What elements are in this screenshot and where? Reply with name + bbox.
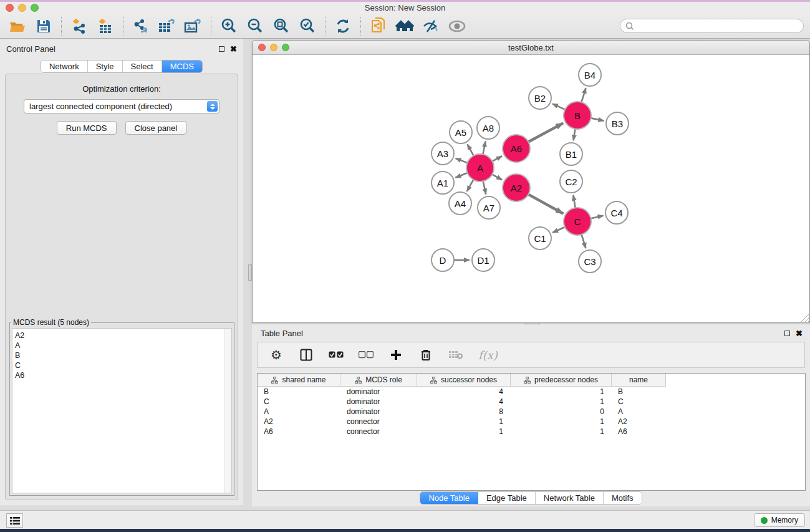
- main-titlebar[interactable]: Session: New Session: [0, 2, 810, 14]
- node-D1[interactable]: D1: [472, 249, 494, 271]
- edge-C-C2[interactable]: [573, 195, 575, 208]
- close-window-button[interactable]: [6, 4, 14, 12]
- network-close-button[interactable]: [258, 44, 266, 51]
- table-cell[interactable]: 1: [511, 397, 612, 407]
- table-row[interactable]: A2connector11A2: [258, 417, 805, 427]
- mcds-result-item[interactable]: A2: [15, 331, 231, 341]
- edge-A-A8[interactable]: [483, 142, 485, 155]
- edge-C-C3[interactable]: [582, 235, 586, 248]
- float-panel-icon[interactable]: [219, 46, 224, 52]
- edge-C-C4[interactable]: [591, 216, 603, 218]
- open-session-icon[interactable]: [7, 17, 27, 36]
- minimize-window-button[interactable]: [18, 4, 26, 12]
- select-all-checkboxes-icon[interactable]: [329, 347, 344, 362]
- delete-icon[interactable]: [418, 347, 433, 362]
- zoom-fit-icon[interactable]: [271, 17, 291, 36]
- edge-B-B1[interactable]: [574, 129, 576, 141]
- node-A6[interactable]: A6: [503, 135, 530, 162]
- result-list-scrollbar[interactable]: [224, 329, 231, 493]
- table-cell[interactable]: 1: [417, 427, 511, 437]
- node-C[interactable]: C: [564, 208, 591, 235]
- table-tab-motifs[interactable]: Motifs: [604, 492, 642, 504]
- tab-style[interactable]: Style: [88, 60, 123, 72]
- column-header-successor-nodes[interactable]: successor nodes: [417, 374, 511, 387]
- column-header-name[interactable]: name: [612, 374, 666, 387]
- node-B[interactable]: B: [564, 102, 591, 129]
- node-table[interactable]: shared nameMCDS rolesuccessor nodesprede…: [257, 373, 806, 491]
- node-A8[interactable]: A8: [477, 117, 499, 139]
- table-cell[interactable]: dominator: [340, 397, 417, 407]
- table-cell[interactable]: B: [258, 387, 340, 397]
- edge-A-A1[interactable]: [455, 173, 467, 178]
- search-input[interactable]: [637, 22, 798, 31]
- table-cell[interactable]: 1: [511, 427, 612, 437]
- edge-A-A5[interactable]: [468, 144, 474, 155]
- tab-network[interactable]: Network: [41, 60, 88, 72]
- table-cell[interactable]: A: [612, 407, 666, 417]
- edge-A-A6[interactable]: [492, 156, 502, 161]
- table-cell[interactable]: A2: [612, 417, 666, 427]
- split-columns-icon[interactable]: [299, 347, 314, 362]
- function-builder-icon[interactable]: f(x): [478, 347, 498, 362]
- edge-B-B3[interactable]: [591, 118, 604, 120]
- add-column-icon[interactable]: [388, 347, 403, 362]
- table-cell[interactable]: dominator: [340, 407, 417, 417]
- node-A1[interactable]: A1: [432, 172, 454, 194]
- node-A[interactable]: A: [466, 154, 494, 181]
- table-cell[interactable]: A2: [258, 417, 340, 427]
- edge-A6-B[interactable]: [528, 123, 563, 142]
- table-row[interactable]: Cdominator41C: [258, 397, 805, 407]
- network-zoom-button[interactable]: [282, 44, 289, 51]
- table-cell[interactable]: dominator: [340, 387, 417, 397]
- node-C1[interactable]: C1: [529, 227, 551, 249]
- table-tab-network-table[interactable]: Network Table: [536, 492, 604, 504]
- table-row[interactable]: Bdominator41B: [258, 387, 805, 397]
- float-table-panel-icon[interactable]: [784, 331, 790, 336]
- zoom-selected-icon[interactable]: [297, 17, 317, 36]
- houses-icon[interactable]: [395, 17, 415, 36]
- node-B4[interactable]: B4: [579, 64, 601, 86]
- table-cell[interactable]: A6: [612, 427, 666, 437]
- table-cell[interactable]: 4: [417, 387, 511, 397]
- node-B3[interactable]: B3: [606, 112, 629, 135]
- task-history-button[interactable]: [6, 513, 23, 528]
- edge-B-B2[interactable]: [552, 104, 565, 109]
- deselect-all-checkboxes-icon[interactable]: [359, 347, 374, 362]
- criterion-select[interactable]: largest connected component (directed): [24, 99, 219, 114]
- mcds-result-item[interactable]: C: [15, 360, 231, 370]
- search-field[interactable]: [620, 19, 804, 33]
- edge-C-C1[interactable]: [552, 227, 565, 233]
- node-D[interactable]: D: [432, 249, 454, 271]
- eye-icon[interactable]: [447, 17, 467, 36]
- close-panel-icon[interactable]: ✖: [230, 45, 237, 53]
- table-cell[interactable]: 1: [511, 387, 612, 397]
- table-cell[interactable]: connector: [340, 427, 417, 437]
- edge-A-A7[interactable]: [483, 181, 486, 194]
- network-canvas[interactable]: B4B2BB3A5A8A6A3AB1A1C2A4A7A2CC4C1C3DD1: [253, 55, 809, 322]
- column-header-MCDS-role[interactable]: MCDS role: [340, 374, 417, 387]
- tab-select[interactable]: Select: [123, 60, 162, 72]
- zoom-out-icon[interactable]: [245, 17, 265, 36]
- network-documents-icon[interactable]: [369, 17, 388, 36]
- node-C3[interactable]: C3: [579, 250, 601, 273]
- mcds-result-list[interactable]: A2ABCA6: [12, 328, 232, 493]
- table-cell[interactable]: B: [612, 387, 666, 397]
- mcds-result-item[interactable]: A6: [15, 370, 231, 380]
- table-cell[interactable]: 1: [511, 417, 612, 427]
- memory-button[interactable]: Memory: [754, 513, 805, 527]
- edge-A-A3[interactable]: [456, 158, 468, 163]
- node-A7[interactable]: A7: [478, 196, 500, 219]
- zoom-in-icon[interactable]: [219, 17, 239, 36]
- table-cell[interactable]: C: [612, 397, 666, 407]
- edge-B-B4[interactable]: [581, 88, 586, 102]
- close-table-panel-icon[interactable]: ✖: [796, 329, 803, 337]
- table-cell[interactable]: C: [258, 397, 340, 407]
- column-header-predecessor-nodes[interactable]: predecessor nodes: [511, 374, 612, 387]
- edge-A-A2[interactable]: [492, 175, 502, 180]
- column-header-shared-name[interactable]: shared name: [258, 374, 340, 387]
- table-cell[interactable]: 1: [417, 417, 511, 427]
- gear-icon[interactable]: ⚙: [269, 347, 284, 362]
- mcds-result-item[interactable]: A: [15, 341, 231, 351]
- table-row[interactable]: A6connector11A6: [258, 427, 805, 437]
- close-panel-button[interactable]: Close panel: [125, 121, 187, 135]
